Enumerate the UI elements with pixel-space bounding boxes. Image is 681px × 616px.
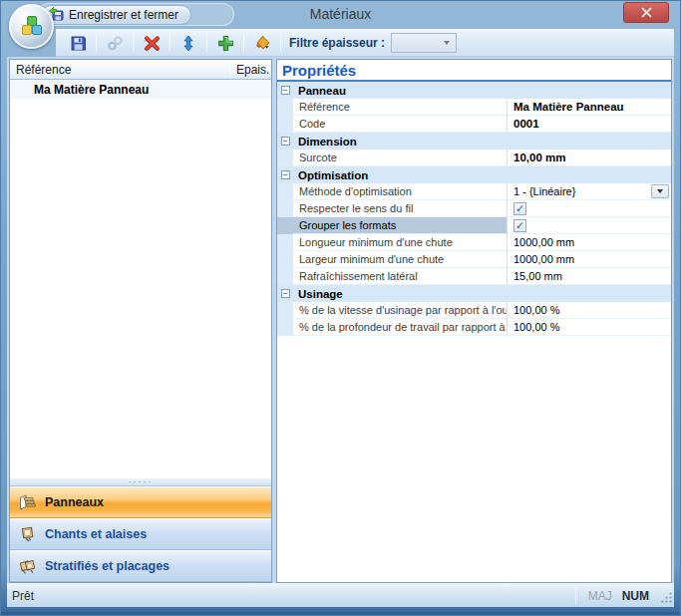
delete-icon bbox=[144, 35, 161, 52]
property-value-text: 15,00 mm bbox=[513, 270, 562, 282]
filter-thickness-label: Filtre épaisseur : bbox=[289, 36, 385, 50]
dropdown-button[interactable] bbox=[651, 184, 669, 198]
add-button[interactable] bbox=[213, 32, 237, 54]
property-value[interactable]: 100,00 % bbox=[508, 319, 671, 336]
property-group-row[interactable]: −Usinage bbox=[277, 285, 671, 302]
property-value[interactable]: 0001 bbox=[508, 116, 671, 133]
list-item-reference: Ma Matière Panneau bbox=[34, 83, 149, 97]
property-label: Rafraîchissement latéral bbox=[293, 268, 508, 285]
sort-updown-button[interactable] bbox=[176, 32, 200, 54]
toolbar-separator bbox=[243, 34, 244, 52]
toolbar: Filtre épaisseur : bbox=[7, 29, 674, 57]
property-value-text: 0001 bbox=[513, 118, 539, 130]
column-header-reference[interactable]: Référence bbox=[10, 63, 230, 77]
property-value[interactable]: ✓ bbox=[508, 200, 671, 217]
save-button[interactable] bbox=[66, 32, 90, 54]
property-group-row[interactable]: −Dimension bbox=[277, 133, 671, 150]
properties-panel: Propriétés −PanneauRéférenceMa Matière P… bbox=[276, 59, 672, 583]
chevron-down-icon bbox=[657, 189, 663, 193]
property-value[interactable]: 1 - {Linéaire} bbox=[508, 183, 671, 200]
close-button[interactable] bbox=[623, 2, 669, 23]
laminate-icon bbox=[17, 557, 37, 575]
resize-grip[interactable] bbox=[657, 588, 673, 604]
property-row[interactable]: Surcote10,00 mm bbox=[277, 150, 671, 166]
panels-icon bbox=[17, 493, 37, 511]
filter-thickness-combobox[interactable] bbox=[391, 33, 457, 53]
property-label: Surcote bbox=[293, 150, 508, 166]
link-icon bbox=[107, 35, 124, 52]
property-value[interactable]: 1000,00 mm bbox=[508, 234, 671, 251]
caps-lock-indicator: MAJ bbox=[588, 589, 612, 603]
property-value[interactable]: ✓ bbox=[508, 217, 671, 234]
delete-button[interactable] bbox=[140, 32, 164, 54]
property-value-text: 100,00 % bbox=[513, 304, 559, 316]
materials-list[interactable]: Ma Matière Panneau bbox=[10, 80, 271, 477]
row-indent bbox=[277, 234, 293, 251]
property-label: Largeur minimum d'une chute bbox=[293, 251, 508, 268]
save-and-close-button[interactable]: Enregistrer et fermer bbox=[41, 5, 191, 25]
property-label: Longueur minimum d'une chute bbox=[293, 234, 508, 251]
close-icon bbox=[641, 7, 652, 18]
window-title: Matériaux bbox=[310, 6, 371, 22]
property-value-text: 100,00 % bbox=[513, 321, 559, 333]
row-indent bbox=[277, 268, 293, 285]
property-row[interactable]: Respecter le sens du fil✓ bbox=[277, 200, 671, 217]
row-indent bbox=[277, 116, 293, 133]
property-value[interactable]: 10,00 mm bbox=[508, 150, 671, 166]
link-button[interactable] bbox=[103, 32, 127, 54]
color-fill-button[interactable] bbox=[250, 32, 274, 54]
property-row[interactable]: Longueur minimum d'une chute1000,00 mm bbox=[277, 234, 671, 251]
nav-label: Panneaux bbox=[45, 495, 104, 509]
save-icon bbox=[70, 35, 87, 52]
num-lock-indicator: NUM bbox=[622, 589, 649, 603]
row-indent bbox=[277, 319, 293, 336]
collapse-icon[interactable]: − bbox=[281, 86, 290, 95]
property-label: % de la vitesse d'usinage par rapport à … bbox=[293, 302, 508, 319]
app-menu-button[interactable] bbox=[9, 4, 54, 49]
property-row[interactable]: Rafraîchissement latéral15,00 mm bbox=[277, 268, 671, 285]
property-row[interactable]: Largeur minimum d'une chute1000,00 mm bbox=[277, 251, 671, 268]
property-label: Code bbox=[293, 116, 508, 133]
property-label: Référence bbox=[293, 99, 508, 116]
collapse-icon[interactable]: − bbox=[281, 170, 290, 179]
property-group-row[interactable]: −Panneau bbox=[277, 82, 671, 99]
collapse-icon[interactable]: − bbox=[281, 137, 290, 146]
column-header-epaisseur[interactable]: Epais. bbox=[231, 63, 271, 77]
splitter-handle[interactable]: ····· bbox=[10, 477, 271, 486]
row-indent: − bbox=[277, 285, 293, 302]
toolbar-separator bbox=[280, 34, 281, 52]
toolbar-separator bbox=[133, 34, 134, 52]
nav-button-stratifies-et-placages[interactable]: Stratifiés et placages bbox=[10, 550, 271, 582]
collapse-icon[interactable]: − bbox=[281, 289, 290, 298]
property-row[interactable]: Code0001 bbox=[277, 116, 671, 133]
property-value-text: 1000,00 mm bbox=[513, 253, 574, 265]
property-row[interactable]: Méthode d'optimisation1 - {Linéaire} bbox=[277, 183, 671, 200]
row-indent: − bbox=[277, 82, 293, 99]
save-close-label: Enregistrer et fermer bbox=[69, 8, 178, 22]
property-value[interactable]: 100,00 % bbox=[508, 302, 671, 319]
category-nav: PanneauxChants et alaisesStratifiés et p… bbox=[10, 486, 271, 582]
group-label: Optimisation bbox=[293, 166, 671, 183]
list-item[interactable]: Ma Matière Panneau bbox=[10, 80, 271, 99]
group-label: Dimension bbox=[293, 133, 671, 150]
property-row[interactable]: Grouper les formats✓ bbox=[277, 217, 671, 234]
property-group-row[interactable]: −Optimisation bbox=[277, 166, 671, 183]
property-value[interactable]: Ma Matière Panneau bbox=[508, 99, 671, 116]
nav-button-chants-et-alaises[interactable]: Chants et alaises bbox=[10, 518, 271, 550]
property-row[interactable]: % de la profondeur de travail par rappor… bbox=[277, 319, 671, 336]
property-grid: −PanneauRéférenceMa Matière PanneauCode0… bbox=[277, 82, 671, 336]
content-area: Référence Epais. Ma Matière Panneau ····… bbox=[7, 57, 674, 583]
property-row[interactable]: % de la vitesse d'usinage par rapport à … bbox=[277, 302, 671, 319]
sort-updown-icon bbox=[180, 35, 196, 52]
nav-button-panneaux[interactable]: Panneaux bbox=[10, 486, 271, 518]
property-value[interactable]: 1000,00 mm bbox=[508, 251, 671, 268]
row-indent: − bbox=[277, 133, 293, 150]
splitter-grip-dots: ····· bbox=[129, 479, 154, 484]
property-row[interactable]: RéférenceMa Matière Panneau bbox=[277, 99, 671, 116]
list-header: Référence Epais. bbox=[10, 60, 271, 80]
checkbox[interactable]: ✓ bbox=[513, 219, 526, 232]
property-value[interactable]: 15,00 mm bbox=[508, 268, 671, 285]
nav-label: Chants et alaises bbox=[45, 527, 147, 541]
checkbox[interactable]: ✓ bbox=[513, 202, 526, 215]
row-indent bbox=[277, 150, 293, 166]
